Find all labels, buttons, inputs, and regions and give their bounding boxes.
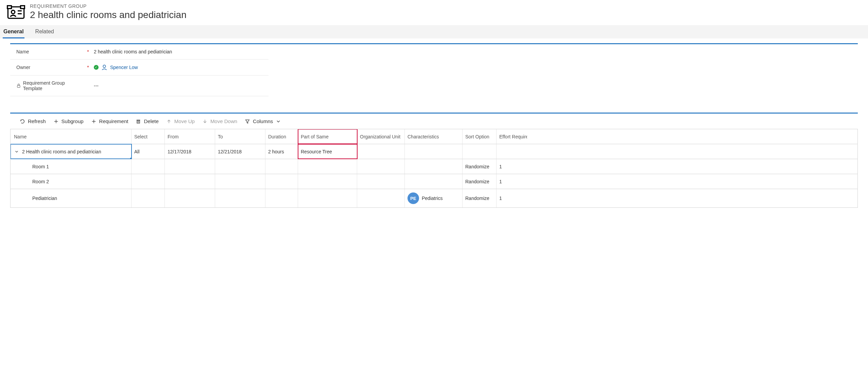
chevron-down-icon <box>276 119 281 124</box>
cell-to[interactable] <box>215 174 265 189</box>
cell-name[interactable]: Pediatrician <box>11 189 132 207</box>
delete-button[interactable]: Delete <box>136 118 158 124</box>
svg-marker-18 <box>246 120 249 123</box>
field-name[interactable]: Name * 2 health clinic rooms and pediatr… <box>10 44 268 60</box>
col-to[interactable]: To <box>215 129 265 144</box>
requirements-grid-section: Refresh Subgroup Requirement Delete Move… <box>10 113 858 208</box>
cell-duration[interactable] <box>265 174 298 189</box>
cell-sort-option[interactable]: Randomize <box>463 189 497 207</box>
requirements-grid: Name Select From To Duration Part of Sam… <box>10 129 858 208</box>
svg-point-3 <box>12 10 15 14</box>
col-sort-option[interactable]: Sort Option <box>463 129 497 144</box>
cell-select[interactable] <box>132 174 165 189</box>
col-part-of-same[interactable]: Part of Same <box>298 129 357 144</box>
svg-rect-1 <box>7 6 12 9</box>
cell-from[interactable] <box>165 159 215 174</box>
plus-icon <box>91 119 97 124</box>
cell-part-of-same[interactable] <box>298 174 357 189</box>
col-select[interactable]: Select <box>132 129 165 144</box>
refresh-button[interactable]: Refresh <box>20 118 46 124</box>
arrow-down-icon <box>202 119 208 124</box>
characteristic-text: Pediatrics <box>422 196 442 201</box>
cell-org-unit[interactable] <box>357 159 405 174</box>
field-name-value[interactable]: 2 health clinic rooms and pediatrician <box>94 49 172 54</box>
cell-effort[interactable]: 1 <box>497 174 527 189</box>
cell-sort-option[interactable]: Randomize <box>463 174 497 189</box>
record-header: REQUIREMENT GROUP 2 health clinic rooms … <box>0 0 868 25</box>
filter-icon <box>245 119 250 124</box>
field-template: Requirement Group Template * --- <box>10 75 268 96</box>
required-indicator: * <box>86 49 90 54</box>
cell-part-of-same[interactable] <box>298 189 357 207</box>
tab-related[interactable]: Related <box>35 25 55 38</box>
add-subgroup-button[interactable]: Subgroup <box>53 118 84 124</box>
cell-effort[interactable]: 1 <box>497 159 527 174</box>
columns-button[interactable]: Columns <box>245 118 281 124</box>
cell-org-unit[interactable] <box>357 174 405 189</box>
move-up-button[interactable]: Move Up <box>166 118 195 124</box>
svg-rect-2 <box>21 6 25 9</box>
cell-org-unit[interactable] <box>357 144 405 159</box>
cell-from[interactable]: 12/17/2018 <box>165 144 215 159</box>
field-owner[interactable]: Owner * Spencer Low <box>10 60 268 75</box>
cell-name[interactable]: Room 1 <box>11 159 132 174</box>
field-name-label: Name <box>16 49 29 54</box>
cell-name[interactable]: 2 Health clinic rooms and pediatrician <box>11 144 132 159</box>
entity-label: REQUIREMENT GROUP <box>30 3 187 9</box>
cell-from[interactable] <box>165 174 215 189</box>
col-from[interactable]: From <box>165 129 215 144</box>
table-row[interactable]: Pediatrician PE Pediatrics Randomize 1 <box>11 189 857 208</box>
required-indicator: * <box>86 65 90 70</box>
svg-rect-7 <box>17 85 20 87</box>
cell-effort[interactable] <box>497 144 527 159</box>
cell-characteristics[interactable] <box>405 144 463 159</box>
cell-sort-option[interactable]: Randomize <box>463 159 497 174</box>
cell-org-unit[interactable] <box>357 189 405 207</box>
cell-characteristics[interactable]: PE Pediatrics <box>405 189 463 207</box>
add-requirement-button[interactable]: Requirement <box>91 118 128 124</box>
page-title: 2 health clinic rooms and pediatrician <box>30 10 187 20</box>
arrow-up-icon <box>166 119 172 124</box>
cell-select[interactable]: All <box>132 144 165 159</box>
refresh-icon <box>20 119 25 124</box>
cell-to[interactable] <box>215 159 265 174</box>
general-form: Name * 2 health clinic rooms and pediatr… <box>10 43 858 106</box>
characteristic-badge: PE <box>407 192 419 204</box>
cell-sort-option[interactable] <box>463 144 497 159</box>
cell-duration[interactable] <box>265 159 298 174</box>
table-row[interactable]: 2 Health clinic rooms and pediatrician A… <box>11 144 857 159</box>
cell-characteristics[interactable] <box>405 174 463 189</box>
field-template-value: --- <box>94 83 99 88</box>
plus-icon <box>53 119 59 124</box>
cell-to[interactable] <box>215 189 265 207</box>
cell-name[interactable]: Room 2 <box>11 174 132 189</box>
tab-general[interactable]: General <box>3 25 24 38</box>
grid-header-row: Name Select From To Duration Part of Sam… <box>11 129 857 144</box>
col-effort-required[interactable]: Effort Require <box>497 129 527 144</box>
cell-effort[interactable]: 1 <box>497 189 527 207</box>
col-characteristics[interactable]: Characteristics <box>405 129 463 144</box>
col-duration[interactable]: Duration <box>265 129 298 144</box>
col-org-unit[interactable]: Organizational Unit <box>357 129 405 144</box>
cell-part-of-same[interactable] <box>298 159 357 174</box>
cell-part-of-same[interactable]: Resource Tree <box>298 144 357 159</box>
cell-select[interactable] <box>132 189 165 207</box>
cell-select[interactable] <box>132 159 165 174</box>
cell-from[interactable] <box>165 189 215 207</box>
chevron-down-icon[interactable] <box>14 149 19 154</box>
col-name[interactable]: Name <box>11 129 132 144</box>
trash-icon <box>136 119 141 124</box>
table-row[interactable]: Room 1 Randomize 1 <box>11 159 857 174</box>
tab-bar: General Related <box>0 25 868 38</box>
cell-duration[interactable] <box>265 189 298 207</box>
entity-icon <box>7 5 25 20</box>
move-down-button[interactable]: Move Down <box>202 118 237 124</box>
cell-duration[interactable]: 2 hours <box>265 144 298 159</box>
person-icon <box>101 64 107 70</box>
cell-to[interactable]: 12/21/2018 <box>215 144 265 159</box>
field-owner-value[interactable]: Spencer Low <box>110 65 138 70</box>
table-row[interactable]: Room 2 Randomize 1 <box>11 174 857 189</box>
cell-characteristics[interactable] <box>405 159 463 174</box>
grid-toolbar: Refresh Subgroup Requirement Delete Move… <box>10 114 858 129</box>
svg-rect-12 <box>137 120 140 123</box>
